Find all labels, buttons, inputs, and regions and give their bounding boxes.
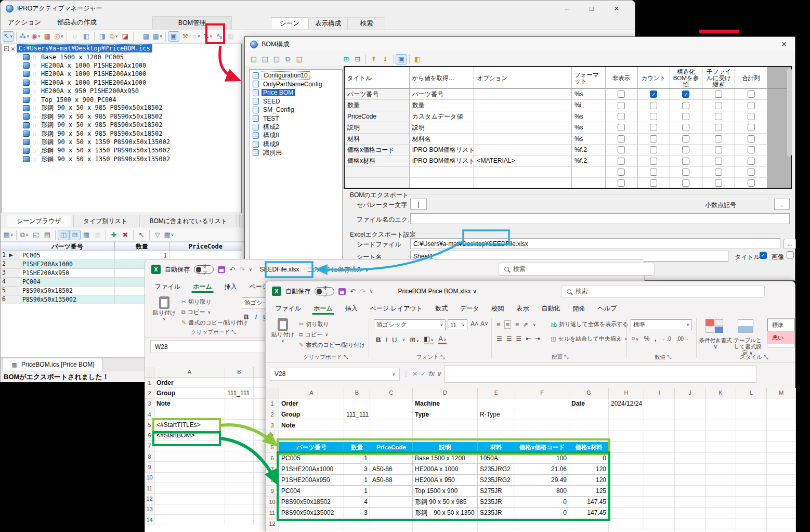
cell-A2[interactable]: Group [154, 388, 225, 398]
cell-H10[interactable] [609, 497, 644, 508]
cell-A11[interactable]: P8S90x50x135002 [279, 508, 344, 518]
tab-表示構成[interactable]: 表示構成 [308, 17, 348, 30]
italic-button[interactable]: I [255, 313, 257, 321]
checkbox[interactable] [715, 158, 722, 165]
cell-D3[interactable] [413, 420, 478, 431]
checkbox[interactable] [618, 158, 625, 165]
config-cell-title[interactable]: パーツ番号 [345, 89, 410, 100]
tree-item[interactable]: ○HE200A x 950 P1SHE200Ax950 [2, 87, 241, 95]
config-cell-option[interactable]: <MATERIAL> [474, 155, 572, 166]
config-cell-source[interactable] [410, 167, 475, 178]
link-parts-icon[interactable]: ◉∨ [30, 31, 42, 42]
config-check-3[interactable] [702, 122, 735, 133]
cell-A12[interactable] [279, 518, 344, 529]
minimize-button[interactable]: – [561, 5, 572, 12]
cell-D10[interactable]: 形鋼 90 x 50 x 985 [413, 497, 478, 508]
config-cell-title[interactable]: 価格x価格コード [345, 145, 410, 155]
cell-B3[interactable] [344, 420, 370, 431]
ribbon-tab-ページ レイアウト[interactable]: ページ レイアウト [364, 302, 428, 315]
config-copy-icon[interactable]: ⧉ [282, 54, 294, 64]
config-check-2[interactable] [670, 111, 703, 122]
cell-L11[interactable] [736, 508, 767, 518]
cell-L2[interactable] [736, 409, 767, 420]
cell-D9[interactable]: Top 1500 x 900 [413, 486, 478, 497]
cell-D2[interactable]: Type [413, 409, 478, 420]
config-check-1[interactable] [638, 145, 670, 155]
menu-create-bom[interactable]: 部品表の作成 [50, 16, 103, 27]
saved-state[interactable]: この PC に保存済み ∨ [306, 265, 369, 274]
config-cell-title[interactable]: 材料 [345, 134, 410, 145]
config-check-4[interactable] [735, 111, 767, 122]
checkbox[interactable] [618, 102, 625, 109]
cell-C4[interactable] [370, 431, 413, 442]
cell-G1[interactable]: Date [569, 398, 609, 409]
checkbox[interactable] [650, 146, 657, 153]
row-number[interactable]: 4 [266, 431, 279, 442]
config-check-1[interactable] [638, 100, 670, 111]
tree-item[interactable]: ○形鋼 90 x 50 x 985 P8S90x50x18502 [2, 104, 241, 112]
cell-C13[interactable] [370, 529, 413, 532]
config-cell-source[interactable]: IPRO BOM価格リスト... [410, 145, 475, 155]
cell-A12[interactable] [154, 494, 225, 504]
cell-M12[interactable] [767, 518, 796, 529]
checkbox[interactable] [650, 124, 657, 131]
tree-item[interactable]: ○HE200A x 1000 P1SHE200Ax1000 [2, 70, 241, 78]
cell-C9[interactable] [370, 486, 413, 497]
style-normal[interactable]: 標準 [767, 319, 794, 331]
cell-M13[interactable] [767, 529, 796, 532]
cell-J9[interactable] [675, 486, 706, 497]
cell-J12[interactable] [675, 518, 706, 529]
cell-E3[interactable] [478, 420, 515, 431]
checkbox[interactable] [748, 158, 755, 165]
checkbox[interactable] [682, 168, 689, 176]
checkbox[interactable] [748, 135, 755, 142]
dialog-close-button[interactable]: ✕ [778, 40, 790, 48]
wrap-text-button[interactable]: ab̲折り返して全体を表示する [551, 320, 629, 328]
cell-part-number[interactable]: P8S90x50x18502 [20, 287, 115, 295]
cell-F1[interactable] [515, 398, 569, 409]
row-number[interactable]: 12 [145, 494, 154, 504]
tab-シーン[interactable]: シーン [271, 17, 308, 30]
edit-table-icon[interactable]: ▣ [168, 31, 179, 42]
italic-button[interactable]: I [385, 336, 387, 344]
cell-G12[interactable] [569, 518, 609, 529]
ribbon-tab-数式[interactable]: 数式 [429, 302, 453, 315]
cell-L4[interactable] [736, 431, 767, 442]
cell-G13[interactable] [569, 529, 609, 532]
config-cell-option[interactable] [474, 89, 572, 100]
cell-L13[interactable] [736, 529, 767, 532]
config-cell-format[interactable]: %f.2 [572, 145, 606, 155]
column-header-D[interactable]: D [413, 388, 478, 398]
config-cell-option[interactable] [474, 178, 572, 189]
merge-center-button[interactable]: ◫セルを結合して中央揃え∨ [551, 335, 628, 343]
separator-input[interactable]: | [410, 199, 427, 210]
cell-E4[interactable] [478, 431, 515, 442]
column-header-B[interactable]: B [225, 367, 254, 377]
cell-C2[interactable] [370, 409, 413, 420]
config-cell-format[interactable]: %i [572, 100, 606, 111]
config-cell-format[interactable]: %s [572, 111, 606, 122]
config-check-3[interactable] [702, 178, 735, 189]
row-number[interactable]: 9 [266, 486, 279, 497]
copy-config-icon[interactable]: ⧉∨ [108, 31, 120, 42]
ribbon-more-icon[interactable]: ∨ [249, 267, 253, 272]
save-icon[interactable] [338, 288, 346, 295]
row-number[interactable]: 6 [145, 430, 154, 440]
config-row[interactable]: 数量数量%i [345, 100, 791, 111]
wrench-icon[interactable]: ⚒ [179, 31, 191, 42]
cell-J4[interactable] [675, 431, 706, 442]
table-settings-icon[interactable]: ▦∨ [152, 31, 163, 42]
config-cell-option[interactable] [474, 167, 572, 178]
tree-item[interactable]: ○HE200A x 1000 P1SHE200Ax1000 [2, 61, 241, 70]
config-check-3[interactable] [702, 134, 735, 145]
cell-B1[interactable] [225, 378, 254, 388]
cell-A7[interactable] [154, 441, 225, 451]
config-item-構成8[interactable]: 構成8 [250, 132, 342, 140]
tree-item[interactable]: ○形鋼 90 x 50 x 1350 P8S90x50x135002 [2, 138, 241, 146]
cell-I5[interactable] [644, 442, 675, 453]
column-header-J[interactable]: J [675, 388, 706, 398]
cell-F2[interactable] [515, 409, 569, 420]
checkbox[interactable] [748, 102, 755, 109]
add-green-icon[interactable]: ✚ [108, 230, 120, 240]
cell-A1[interactable]: Order [154, 378, 225, 388]
